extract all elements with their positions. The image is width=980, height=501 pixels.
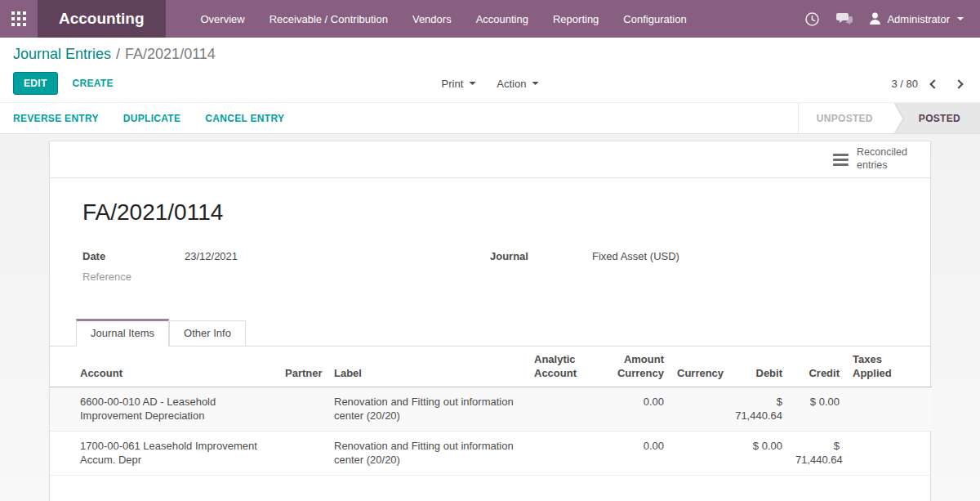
cell-debit: $ 71,440.64: [728, 387, 789, 431]
chevron-left-icon: [929, 79, 938, 88]
column-header-filler: [907, 347, 932, 387]
current-app-name[interactable]: Accounting: [38, 0, 166, 38]
column-header-account[interactable]: Account: [50, 347, 278, 387]
cell-debit: $ 0.00: [728, 431, 789, 475]
chevron-down-icon: [469, 82, 475, 85]
print-label: Print: [442, 78, 464, 90]
cell-label: Renovation and Fitting out information c…: [327, 431, 528, 475]
date-value: 23/12/2021: [185, 250, 238, 262]
column-header-amount-currency[interactable]: Amount Currency: [601, 347, 670, 387]
table-header: Account Partner Label Analytic Account A…: [50, 347, 932, 387]
journal-item-row-1[interactable]: 6600-00-010 AD - Leasehold Improvement D…: [50, 387, 932, 431]
menu-reporting[interactable]: Reporting: [541, 0, 611, 38]
hamburger-icon: [833, 151, 849, 168]
column-header-taxes-applied[interactable]: Taxes Applied: [846, 347, 907, 387]
menu-receivable-contribution[interactable]: Receivable / Contribution: [257, 0, 400, 38]
form-view-content: Reconciled entries FA/2021/0114 Date 23/…: [0, 134, 980, 501]
control-panel: Journal Entries/FA/2021/0114 EDIT CREATE…: [0, 38, 980, 102]
cell-analytic-account: [528, 387, 601, 431]
chevron-right-icon: [954, 79, 963, 88]
cell-partner: [278, 431, 327, 475]
empty-rows-area: [50, 475, 932, 501]
record-sheet: Reconciled entries FA/2021/0114 Date 23/…: [49, 141, 931, 501]
pager: 3 / 80: [891, 76, 967, 92]
create-button[interactable]: CREATE: [73, 78, 114, 89]
sheet-button-box: Reconciled entries: [50, 141, 930, 178]
date-field: Date 23/12/2021: [82, 250, 490, 262]
field-column-right: Journal Fixed Asset (USD): [490, 250, 898, 291]
field-column-left: Date 23/12/2021 Reference: [82, 250, 490, 291]
cell-account: 1700-00-061 Leasehold Improvement Accum.…: [50, 431, 278, 475]
activities-clock-icon[interactable]: [799, 6, 825, 32]
chevron-down-icon: [957, 17, 964, 20]
tab-other-info[interactable]: Other Info: [169, 320, 246, 347]
cell-amount-currency: 0.00: [601, 431, 670, 475]
duplicate-button[interactable]: DUPLICATE: [123, 103, 180, 133]
print-dropdown-button[interactable]: Print: [442, 78, 476, 90]
status-step-unposted[interactable]: UNPOSTED: [799, 103, 894, 133]
cell-partner: [278, 387, 327, 431]
action-dropdown-button[interactable]: Action: [497, 78, 538, 90]
status-widget: UNPOSTED POSTED: [798, 103, 980, 133]
user-menu[interactable]: Administrator: [864, 12, 969, 25]
user-avatar-icon: [869, 12, 881, 25]
reference-field: Reference: [82, 271, 490, 283]
column-header-currency[interactable]: Currency: [670, 347, 728, 387]
top-navbar: Accounting Overview Receivable / Contrib…: [0, 0, 980, 38]
journal-value: Fixed Asset (USD): [592, 250, 679, 262]
apps-grid-icon: [11, 11, 26, 26]
breadcrumb-current: FA/2021/0114: [125, 46, 216, 62]
messages-chat-icon[interactable]: [831, 6, 858, 32]
navbar-right: Administrator: [799, 0, 980, 38]
cell-credit: $ 0.00: [789, 387, 846, 431]
control-panel-actions: EDIT CREATE Print Action 3 / 80: [13, 71, 967, 96]
cell-label: Renovation and Fitting out information c…: [327, 387, 528, 431]
reverse-entry-button[interactable]: REVERSE ENTRY: [13, 103, 99, 133]
cell-account: 6600-00-010 AD - Leasehold Improvement D…: [50, 387, 278, 431]
apps-menu-button[interactable]: [0, 0, 38, 38]
reconciled-entries-button[interactable]: Reconciled entries: [833, 146, 915, 172]
form-statusbar: REVERSE ENTRY DUPLICATE CANCEL ENTRY UNP…: [0, 102, 980, 134]
edit-button[interactable]: EDIT: [13, 72, 58, 95]
cell-currency: [670, 387, 728, 431]
column-header-label[interactable]: Label: [327, 347, 528, 387]
action-menus: Print Action: [442, 78, 539, 90]
pager-count: 3 / 80: [891, 78, 918, 90]
cell-analytic-account: [528, 431, 601, 475]
column-header-partner[interactable]: Partner: [278, 347, 327, 387]
date-label: Date: [82, 250, 185, 262]
notebook-tabs: Journal Items Other Info: [50, 319, 930, 347]
column-header-analytic-account[interactable]: Analytic Account: [528, 347, 601, 387]
menu-accounting[interactable]: Accounting: [464, 0, 541, 38]
entry-name-title: FA/2021/0114: [82, 199, 898, 226]
cell-amount-currency: 0.00: [601, 387, 670, 431]
status-step-posted[interactable]: POSTED: [894, 103, 980, 133]
journal-items-table: Account Partner Label Analytic Account A…: [50, 347, 932, 501]
column-header-debit[interactable]: Debit: [728, 347, 789, 387]
breadcrumb-journal-entries-link[interactable]: Journal Entries: [13, 46, 111, 62]
cell-taxes-applied: [846, 387, 907, 431]
journal-item-row-2[interactable]: 1700-00-061 Leasehold Improvement Accum.…: [50, 431, 932, 475]
app-menus: Overview Receivable / Contribution Vendo…: [189, 0, 699, 38]
sheet-header-fields: FA/2021/0114 Date 23/12/2021 Reference J…: [50, 178, 930, 291]
breadcrumb-separator: /: [116, 46, 120, 62]
table-body: 6600-00-010 AD - Leasehold Improvement D…: [50, 387, 932, 501]
cell-taxes-applied: [846, 431, 907, 475]
pager-next-button[interactable]: [951, 76, 967, 92]
menu-overview[interactable]: Overview: [189, 0, 257, 38]
cell-currency: [670, 431, 728, 475]
menu-configuration[interactable]: Configuration: [611, 0, 698, 38]
user-name: Administrator: [887, 13, 950, 25]
cancel-entry-button[interactable]: CANCEL ENTRY: [205, 103, 284, 133]
journal-field: Journal Fixed Asset (USD): [490, 250, 898, 262]
field-group: Date 23/12/2021 Reference Journal Fixed …: [82, 250, 898, 291]
journal-label: Journal: [490, 250, 592, 262]
cell-credit: $ 71,440.64: [789, 431, 846, 475]
menu-vendors[interactable]: Vendors: [400, 0, 464, 38]
tab-journal-items[interactable]: Journal Items: [76, 319, 169, 347]
pager-previous-button[interactable]: [926, 76, 942, 92]
column-header-credit[interactable]: Credit: [789, 347, 846, 387]
action-label: Action: [497, 78, 526, 90]
reconciled-entries-label: Reconciled entries: [857, 146, 915, 172]
reference-label: Reference: [82, 271, 185, 283]
